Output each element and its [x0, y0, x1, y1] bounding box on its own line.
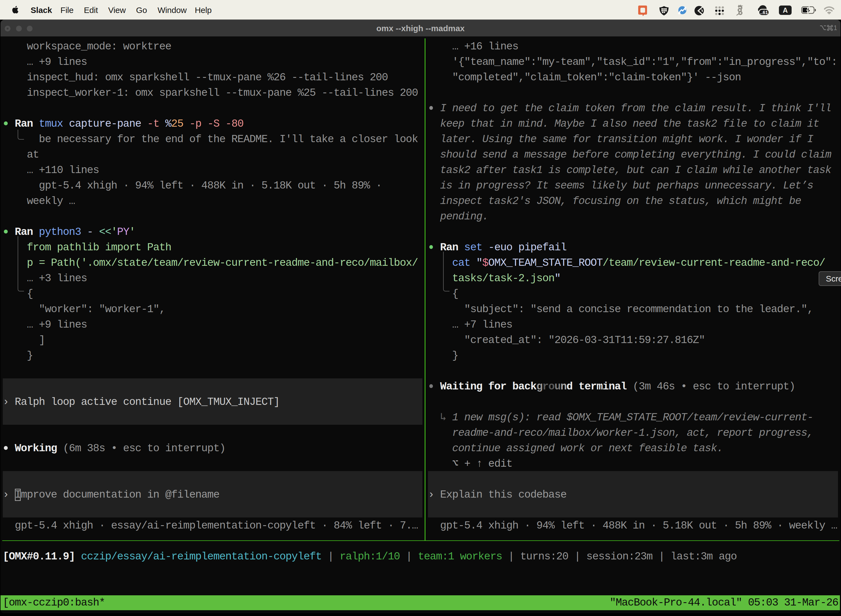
svg-text:A: A — [783, 6, 788, 14]
svg-text:..61: ..61 — [760, 10, 768, 15]
svg-text:1: 1 — [834, 25, 837, 31]
